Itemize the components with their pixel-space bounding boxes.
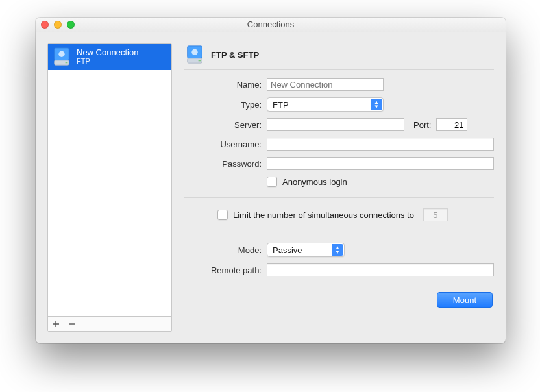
section-header: FTP & SFTP: [184, 43, 494, 70]
sidebar-footer: [48, 316, 171, 331]
svg-point-6: [191, 49, 197, 55]
connection-detail-panel: FTP & SFTP Name: Type: FTP ▲▼ Server:: [184, 43, 494, 332]
mode-value: Passive: [273, 245, 302, 255]
port-label: Port:: [413, 120, 431, 130]
type-value: FTP: [273, 100, 289, 110]
password-field[interactable]: [267, 157, 494, 170]
mode-select[interactable]: Passive ▲▼: [267, 243, 345, 257]
connection-item-text: New Connection FTP: [77, 48, 138, 65]
remove-connection-button[interactable]: [64, 317, 80, 331]
type-select[interactable]: FTP ▲▼: [267, 97, 384, 112]
connection-item-subtitle: FTP: [77, 57, 138, 65]
mount-button[interactable]: Mount: [437, 292, 493, 308]
svg-rect-7: [199, 60, 201, 61]
connection-item[interactable]: New Connection FTP: [48, 44, 171, 70]
limit-label: Limit the number of simultaneous connect…: [233, 210, 414, 220]
connection-disk-icon: [52, 47, 71, 66]
username-label: Username:: [184, 140, 262, 149]
zoom-window-button[interactable]: [67, 21, 75, 29]
type-label: Type:: [184, 100, 262, 110]
connections-list[interactable]: New Connection FTP: [48, 44, 171, 316]
mode-label: Mode:: [184, 245, 262, 255]
anonymous-label: Anonymous login: [282, 177, 347, 187]
mount-button-label: Mount: [453, 295, 476, 305]
select-stepper-icon: ▲▼: [373, 100, 380, 109]
connections-window: Connections New Connection: [36, 18, 506, 343]
remote-path-label: Remote path:: [184, 265, 262, 275]
remote-path-field[interactable]: [267, 263, 494, 276]
svg-point-2: [58, 51, 64, 57]
titlebar[interactable]: Connections: [36, 18, 506, 32]
name-field[interactable]: [267, 78, 384, 91]
connection-item-name: New Connection: [77, 48, 138, 57]
password-label: Password:: [184, 159, 262, 169]
window-controls: [41, 21, 75, 29]
connections-sidebar: New Connection FTP: [47, 43, 172, 332]
limit-checkbox[interactable]: [217, 210, 228, 220]
section-title: FTP & SFTP: [211, 50, 259, 60]
minimize-window-button[interactable]: [54, 21, 62, 29]
svg-rect-3: [66, 62, 68, 63]
anonymous-checkbox[interactable]: [267, 177, 277, 187]
port-field[interactable]: [436, 118, 467, 131]
divider: [184, 197, 494, 198]
sidebar-footer-spacer: [80, 317, 171, 331]
close-window-button[interactable]: [41, 21, 49, 29]
username-field[interactable]: [267, 138, 494, 151]
limit-value-field: [423, 208, 448, 221]
content: New Connection FTP: [36, 32, 506, 343]
add-connection-button[interactable]: [48, 317, 64, 331]
server-field[interactable]: [267, 118, 404, 131]
divider: [184, 232, 494, 232]
server-label: Server:: [184, 120, 262, 130]
section-disk-icon: [185, 45, 204, 64]
select-stepper-icon: ▲▼: [334, 245, 341, 254]
connection-form: Name: Type: FTP ▲▼ Server: Port:: [184, 78, 494, 308]
name-label: Name:: [184, 80, 262, 90]
window-title: Connections: [247, 19, 294, 29]
